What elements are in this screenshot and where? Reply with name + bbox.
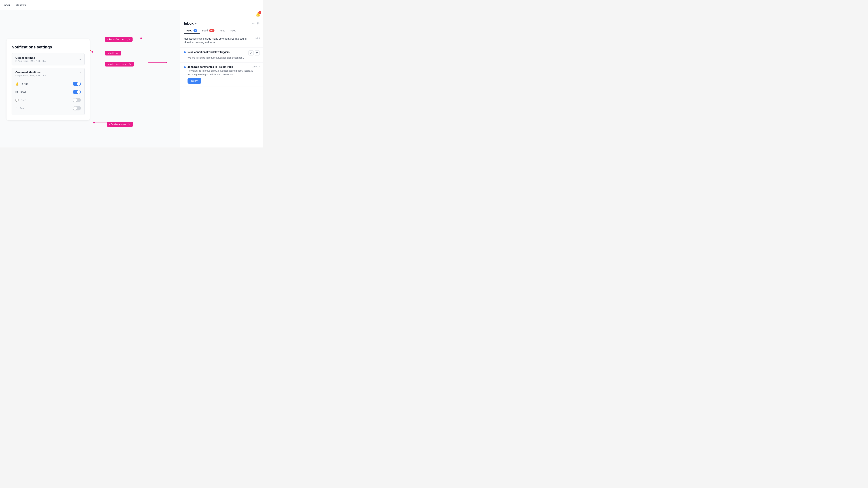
inbox-more-options-button[interactable]: ··· xyxy=(252,22,255,25)
breadcrumb: novu → <Inbox/> xyxy=(4,4,27,6)
tag-inbox-content: <InboxContent /> xyxy=(105,37,132,42)
notification-1-dot xyxy=(184,51,186,53)
feed-tabs: Feed 3 Feed 99+ Feed Feed xyxy=(184,28,260,34)
plain-notification: 10 h Notifications can include many othe… xyxy=(180,34,263,47)
tag-preferences: <Preferences /> xyxy=(107,122,133,127)
notification-2-text: Hey team! To improve clarity, I suggest … xyxy=(188,69,260,76)
feed-tab-3-label: Feed xyxy=(220,29,225,32)
in-app-icon: 🔔 xyxy=(16,82,19,86)
inbox-dropdown-arrow[interactable]: ▾ xyxy=(195,22,196,26)
preferences-label: <Preferences /> xyxy=(107,122,133,127)
in-app-toggle-row: 🔔 In-App xyxy=(16,80,81,88)
sms-label: SMS xyxy=(21,99,26,102)
feed-tab-1-label: Feed xyxy=(186,29,192,32)
notifications-settings-panel: Notifications settings Global settings I… xyxy=(6,39,90,120)
feed-tab-4-label: Feed xyxy=(230,29,236,32)
feed-tab-1[interactable]: Feed 3 xyxy=(184,28,199,34)
notification-1-check-button[interactable]: ✓ xyxy=(248,51,253,56)
sms-icon: 💬 xyxy=(16,98,19,102)
feed-tab-2-label: Feed xyxy=(202,29,208,32)
push-toggle-row: ↱ Push xyxy=(16,104,81,112)
feed-tab-2[interactable]: Feed 99+ xyxy=(199,28,217,34)
push-icon: ↱ xyxy=(16,107,18,110)
reply-button[interactable]: Reply xyxy=(188,78,201,84)
left-area: <InboxContent /> <Bell /> <Notifications… xyxy=(0,10,180,148)
notification-1: New: conditional workflow triggers ✓ ⬒ W… xyxy=(180,47,263,63)
comment-mentions-chevron: ▴ xyxy=(80,71,81,74)
notifications-label: <Notifications /> xyxy=(105,62,134,66)
comment-mentions-title: Comment Mentions xyxy=(16,71,46,74)
main-container: <InboxContent /> <Bell /> <Notifications… xyxy=(0,10,263,148)
push-label: Push xyxy=(20,107,25,110)
notification-1-archive-button[interactable]: ⬒ xyxy=(255,51,260,56)
global-settings-title: Global settings xyxy=(16,56,46,59)
notifications-settings-title: Notifications settings xyxy=(11,45,85,50)
global-settings-row[interactable]: Global settings In-App, Email, SMS, Push… xyxy=(11,53,85,65)
inbox-panel: 🔔 1 Inbox ▾ ··· ⚙ Feed 3 xyxy=(180,10,263,148)
inbox-title-bar: Inbox ▾ ··· ⚙ Feed 3 Feed 99+ xyxy=(180,19,263,34)
global-settings-chevron: ▾ xyxy=(80,58,81,61)
feed-tab-4[interactable]: Feed xyxy=(228,28,239,34)
sms-toggle-row: 💬 SMS xyxy=(16,96,81,104)
svg-point-4 xyxy=(166,62,167,63)
email-toggle[interactable] xyxy=(73,90,81,94)
svg-point-7 xyxy=(93,122,95,124)
push-toggle[interactable] xyxy=(73,106,81,110)
email-icon: ✉ xyxy=(16,90,18,94)
global-settings-subtitle: In-App, Email, SMS, Push, Chat xyxy=(16,60,46,62)
comment-mentions-subtitle: In-App, Email, SMS, Push, Chat xyxy=(16,74,46,77)
notification-2-date: June 15 xyxy=(252,65,260,68)
notification-1-title: New: conditional workflow triggers xyxy=(188,51,230,54)
inbox-title-text: Inbox xyxy=(184,21,193,26)
svg-point-0 xyxy=(140,37,142,39)
email-label: Email xyxy=(20,91,26,93)
svg-point-3 xyxy=(92,51,93,53)
inbox-bell-count: 1 xyxy=(258,11,261,14)
inbox-content: 10 h Notifications can include many othe… xyxy=(180,34,263,148)
notification-2-dot xyxy=(184,66,186,68)
plain-notification-text: Notifications can include many other fea… xyxy=(184,37,260,44)
feed-tab-1-badge: 3 xyxy=(193,29,197,32)
plain-notification-time: 10 h xyxy=(255,37,260,39)
brand-logo: novu xyxy=(4,4,10,6)
email-toggle-row: ✉ Email xyxy=(16,88,81,96)
feed-tab-3[interactable]: Feed xyxy=(217,28,228,34)
tag-notifications: <Notifications /> xyxy=(105,62,134,66)
in-app-label: In-App xyxy=(21,83,28,85)
sms-toggle[interactable] xyxy=(73,98,81,102)
notification-2: John Doe commented in Project Page June … xyxy=(180,63,263,87)
inbox-content-label: <InboxContent /> xyxy=(105,37,132,42)
top-nav: novu → <Inbox/> xyxy=(0,0,263,10)
comment-mentions-section: Comment Mentions In-App, Email, SMS, Pus… xyxy=(11,68,85,115)
inbox-top-bar: 🔔 1 xyxy=(180,10,263,19)
in-app-toggle[interactable] xyxy=(73,82,81,86)
inbox-settings-button[interactable]: ⚙ xyxy=(257,22,260,26)
notification-2-title: John Doe commented in Project Page xyxy=(188,65,233,68)
bell-label: <Bell /> xyxy=(105,51,121,56)
breadcrumb-page: <Inbox/> xyxy=(15,4,27,6)
inbox-bell-wrapper: 🔔 1 xyxy=(255,12,260,17)
tag-bell: <Bell /> xyxy=(105,51,121,56)
notification-1-desc: We are thrilled to introduce advanced ta… xyxy=(188,56,260,60)
feed-tab-2-badge: 99+ xyxy=(209,29,215,32)
breadcrumb-arrow: → xyxy=(11,4,14,6)
